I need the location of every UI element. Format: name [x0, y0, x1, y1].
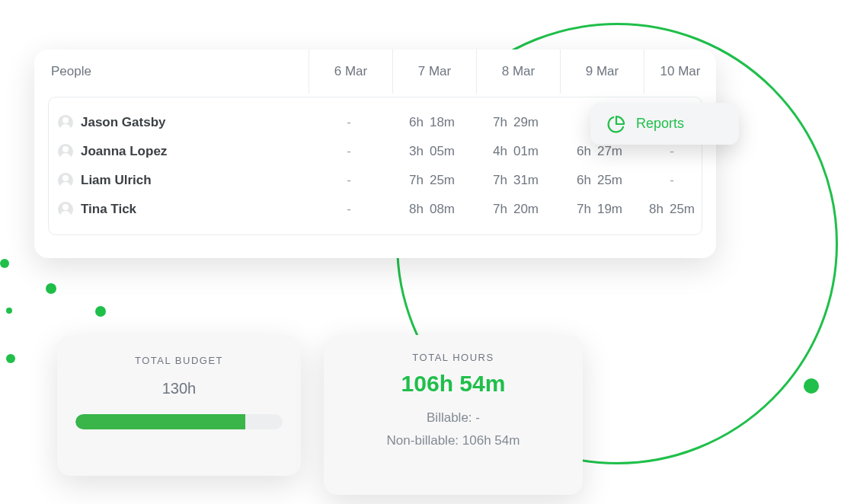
date-column-header: 9 Mar [560, 49, 644, 94]
time-cell: 6h18m [390, 115, 474, 130]
time-cell: - [308, 115, 390, 130]
decorative-dot [0, 259, 9, 268]
person-name: Jason Gatsby [81, 115, 166, 130]
time-cell: - [308, 202, 390, 217]
table-row[interactable]: Tina Tick-8h08m7h20m7h19m8h25m [49, 195, 702, 224]
total-hours-title: TOTAL HOURS [342, 352, 564, 363]
avatar-icon [58, 144, 73, 159]
person-name-cell: Joanna Lopez [49, 144, 308, 159]
person-name-cell: Tina Tick [49, 202, 308, 217]
date-column-header: 6 Mar [309, 49, 392, 94]
pie-chart-icon [607, 115, 625, 133]
budget-progress-fill [75, 414, 245, 429]
reports-label: Reports [636, 116, 684, 132]
total-budget-title: TOTAL BUDGET [75, 355, 283, 366]
decorative-dot [6, 308, 12, 314]
time-cell: 7h31m [474, 173, 558, 188]
people-table-header: People 6 Mar 7 Mar 8 Mar 9 Mar 10 Mar [34, 49, 716, 94]
budget-progress-bar [75, 414, 283, 429]
time-cell: 6h27m [558, 144, 641, 159]
time-cell: 7h19m [558, 202, 641, 217]
person-name-cell: Liam Ulrich [49, 173, 308, 188]
time-cell: - [641, 144, 702, 159]
table-row[interactable]: Liam Ulrich-7h25m7h31m6h25m- [49, 166, 702, 195]
billable-value: Billable: - [342, 410, 564, 426]
reports-button[interactable]: Reports [590, 103, 739, 145]
people-table-card: People 6 Mar 7 Mar 8 Mar 9 Mar 10 Mar Ja… [34, 49, 716, 258]
time-cell: - [308, 173, 390, 188]
time-cell: 7h20m [474, 202, 558, 217]
date-column-header: 7 Mar [392, 49, 476, 94]
person-name: Tina Tick [81, 202, 136, 217]
person-name: Liam Ulrich [81, 173, 152, 188]
avatar-icon [58, 173, 73, 188]
total-budget-value: 130h [75, 380, 283, 397]
person-name: Joanna Lopez [81, 144, 167, 159]
total-hours-value: 106h 54m [342, 371, 564, 397]
time-cell: 7h29m [474, 115, 558, 130]
nonbillable-value: Non-billable: 106h 54m [342, 433, 564, 448]
total-budget-card: TOTAL BUDGET 130h [57, 335, 301, 476]
date-column-header: 8 Mar [476, 49, 560, 94]
decorative-dot [95, 306, 106, 317]
time-cell: 6h25m [558, 173, 641, 188]
time-cell: 8h25m [641, 202, 702, 217]
avatar-icon [58, 202, 73, 217]
date-column-header: 10 Mar [644, 49, 716, 94]
decorative-circle-node [804, 378, 819, 394]
time-cell: 7h25m [390, 173, 474, 188]
time-cell: - [308, 144, 390, 159]
time-cell: 4h01m [474, 144, 558, 159]
person-name-cell: Jason Gatsby [49, 115, 308, 130]
time-cell: 3h05m [390, 144, 474, 159]
people-column-header: People [34, 64, 309, 79]
time-cell: 8h08m [390, 202, 474, 217]
avatar-icon [58, 115, 73, 130]
time-cell: - [641, 173, 702, 188]
decorative-dot [6, 354, 15, 363]
decorative-dot [46, 283, 56, 294]
total-hours-card: TOTAL HOURS 106h 54m Billable: - Non-bil… [324, 335, 583, 495]
